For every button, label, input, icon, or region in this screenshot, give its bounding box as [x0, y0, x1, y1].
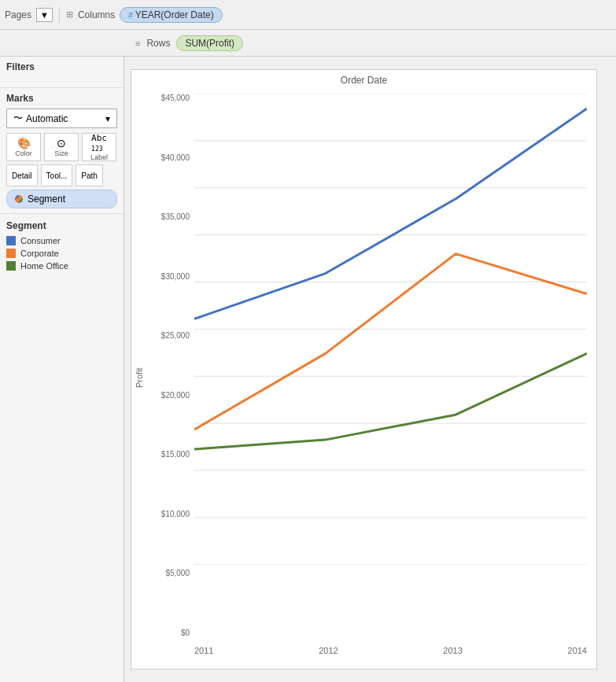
legend-color-consumer	[6, 236, 16, 245]
label-icon: Abc123	[91, 133, 107, 153]
chart-area: Order Date Profit $45,000 $40,000 $35,00…	[124, 57, 616, 682]
chart-title: Order Date	[131, 70, 596, 87]
y-tick-30000: $30,000	[147, 272, 194, 281]
left-panel: Filters Marks 〜 Automatic ▾ 🎨 Color ⊙ Si…	[0, 57, 124, 682]
main-area: Filters Marks 〜 Automatic ▾ 🎨 Color ⊙ Si…	[0, 57, 616, 682]
label-button[interactable]: Abc123 Label	[82, 133, 116, 161]
calendar-icon: #	[128, 11, 135, 20]
rows-grid-icon: ≡	[135, 39, 140, 48]
filters-title: Filters	[6, 61, 117, 72]
line-chart-svg	[194, 94, 587, 565]
legend-color-corporate	[6, 249, 16, 258]
size-icon: ⊙	[57, 137, 66, 149]
segment-dot	[15, 195, 23, 203]
chart-container: Order Date Profit $45,000 $40,000 $35,00…	[131, 69, 597, 669]
y-tick-5000: $5,000	[147, 569, 194, 577]
homeoffice-line	[194, 353, 587, 449]
chart-inner: Profit $45,000 $40,000 $35,000 $30,000 $…	[131, 87, 596, 669]
y-tick-45000: $45,000	[147, 94, 194, 102]
x-tick-2013: 2013	[443, 646, 462, 655]
y-axis-label: Profit	[131, 87, 147, 669]
legend-item-homeoffice: Home Office	[6, 261, 117, 271]
columns-pill[interactable]: # YEAR(Order Date)	[120, 7, 222, 23]
columns-label: Columns	[78, 9, 115, 20]
color-icon: 🎨	[17, 137, 31, 149]
y-tick-15000: $15,000	[147, 450, 194, 459]
pages-dropdown[interactable]: ▼	[36, 8, 53, 22]
marks-row2: Detail Tool... Path	[6, 164, 117, 186]
filters-section: Filters	[0, 57, 124, 88]
y-tick-10000: $10,000	[147, 510, 194, 518]
legend-color-homeoffice	[6, 261, 16, 271]
segment-pill[interactable]: Segment	[6, 190, 117, 208]
chevron-down-icon: ▾	[105, 113, 110, 124]
y-tick-0: $0	[147, 629, 194, 637]
toolbar-divider	[59, 7, 60, 23]
pages-label: Pages	[5, 9, 31, 20]
marks-title: Marks	[6, 93, 117, 104]
y-tick-35000: $35,000	[147, 212, 194, 221]
columns-grid-icon: ⊞	[66, 9, 73, 20]
marks-section: Marks 〜 Automatic ▾ 🎨 Color ⊙ Size Abc12…	[0, 88, 124, 214]
y-axis-ticks: $45,000 $40,000 $35,000 $30,000 $25,000 …	[147, 94, 194, 637]
x-tick-2014: 2014	[568, 646, 587, 655]
detail-button[interactable]: Detail	[6, 164, 38, 186]
columns-section: ⊞ Columns # YEAR(Order Date)	[66, 7, 223, 23]
columns-toolbar: Pages ▼ ⊞ Columns # YEAR(Order Date)	[0, 0, 616, 30]
x-tick-2011: 2011	[194, 646, 213, 655]
chart-plot-area: $45,000 $40,000 $35,000 $30,000 $25,000 …	[147, 87, 596, 669]
legend-item-consumer: Consumer	[6, 236, 117, 245]
corporate-line	[194, 254, 587, 430]
marks-icons-row: 🎨 Color ⊙ Size Abc123 Label	[6, 133, 117, 161]
rows-pill[interactable]: SUM(Profit)	[176, 35, 243, 51]
pages-section: Pages ▼	[5, 8, 53, 22]
x-axis-ticks: 2011 2012 2013 2014	[194, 639, 587, 662]
marks-type-dropdown[interactable]: 〜 Automatic ▾	[6, 109, 117, 128]
wave-icon: 〜	[13, 112, 23, 125]
tooltip-button[interactable]: Tool...	[41, 164, 73, 186]
y-tick-40000: $40,000	[147, 153, 194, 162]
x-tick-2012: 2012	[319, 646, 338, 655]
y-tick-20000: $20,000	[147, 391, 194, 400]
legend-title: Segment	[6, 220, 117, 231]
rows-toolbar: ≡ Rows SUM(Profit)	[0, 30, 616, 57]
legend-item-corporate: Corporate	[6, 249, 117, 258]
color-button[interactable]: 🎨 Color	[6, 133, 41, 161]
rows-label: Rows	[146, 38, 170, 49]
size-button[interactable]: ⊙ Size	[44, 133, 79, 161]
consumer-line	[194, 109, 587, 319]
y-tick-25000: $25,000	[147, 331, 194, 340]
path-button[interactable]: Path	[76, 164, 103, 186]
legend-section: Segment Consumer Corporate Home Office	[0, 214, 124, 280]
